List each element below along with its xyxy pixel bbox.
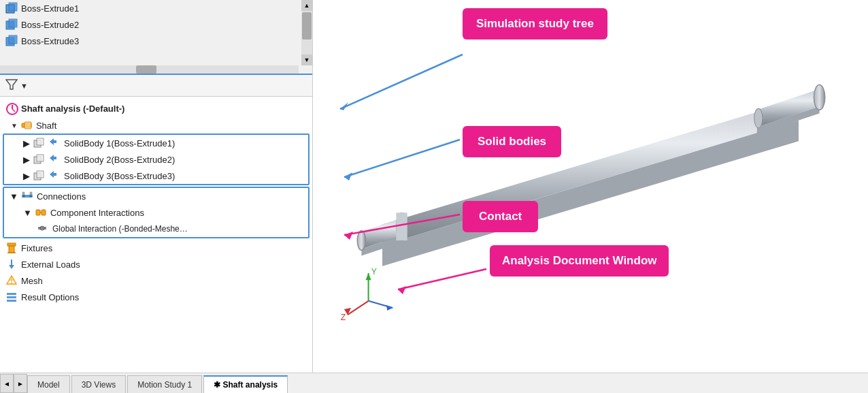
callout-contact: Contact bbox=[463, 201, 538, 232]
result-options-label: Result Options bbox=[21, 292, 79, 302]
right-panel: Z Y Simulation study tree Solid bodies bbox=[313, 0, 868, 373]
solid-body-1-label: SolidBody 1(Boss-Extrude1) bbox=[64, 138, 175, 148]
gi-label: Global Interaction (-Bonded-Meshed ir bbox=[52, 224, 188, 234]
contact-arrow bbox=[460, 215, 467, 221]
connections-item[interactable]: ▼ Connections bbox=[4, 188, 308, 204]
tab-model-label: Model bbox=[37, 380, 60, 390]
tree-item-boss3[interactable]: Boss-Extrude3 bbox=[0, 33, 312, 49]
svg-marker-59 bbox=[366, 273, 371, 280]
callout-adw-text: Analysis Document Window bbox=[502, 254, 656, 267]
sim-tree-root-label: Shaft analysis (-Default-) bbox=[21, 104, 124, 114]
scroll-down-arrow[interactable]: ▼ bbox=[301, 54, 312, 65]
left-panel: Boss-Extrude1 Boss-Extrude2 bbox=[0, 0, 313, 373]
arrow-icon-1 bbox=[48, 137, 61, 149]
tab-model[interactable]: Model bbox=[27, 375, 70, 393]
svg-rect-33 bbox=[9, 246, 14, 253]
global-interaction-item[interactable]: Global Interaction (-Bonded-Meshed ir bbox=[4, 221, 308, 237]
shaft-toggle[interactable]: ▼ bbox=[11, 122, 18, 129]
sim-tree-root[interactable]: Shaft analysis (-Default-) bbox=[0, 99, 312, 117]
tree-item-boss2[interactable]: Boss-Extrude2 bbox=[0, 16, 312, 33]
connections-group: ▼ Connections ▼ bbox=[3, 187, 310, 238]
svg-rect-20 bbox=[37, 171, 44, 178]
fixtures-icon bbox=[5, 242, 18, 254]
svg-rect-17 bbox=[37, 155, 44, 161]
bottom-tabs: ◄ ► Model 3D Views Motion Study 1 ✱ Shaf… bbox=[0, 373, 868, 393]
ext-loads-icon bbox=[5, 258, 18, 270]
tree-item-boss2-label: Boss-Extrude2 bbox=[21, 20, 79, 30]
solid-body-2[interactable]: ▶ SolidBody 2(Boss-Extrude2) bbox=[4, 151, 308, 168]
solid-body-icon-2 bbox=[33, 153, 45, 166]
mesh-item[interactable]: Mesh bbox=[0, 272, 312, 289]
svg-rect-1 bbox=[9, 3, 17, 11]
solid-body-1[interactable]: ▶ SolidBody 1(Boss-Extrude1) bbox=[4, 135, 308, 151]
svg-marker-21 bbox=[50, 171, 56, 178]
sim-tree-arrow bbox=[449, 48, 599, 129]
svg-point-54 bbox=[357, 231, 365, 251]
component-interactions-item[interactable]: ▼ Component Interactions bbox=[4, 204, 308, 221]
svg-marker-7 bbox=[6, 80, 17, 89]
svg-text:Y: Y bbox=[371, 267, 377, 277]
ci-label: Component Interactions bbox=[50, 208, 144, 218]
tab-shaft-analysis[interactable]: ✱ Shaft analysis bbox=[203, 375, 288, 393]
callout-solid-bodies-text: Solid bodies bbox=[478, 135, 546, 148]
solid-bodies-group: ▶ SolidBody 1(Boss-Extrude1) bbox=[3, 133, 310, 185]
svg-rect-12 bbox=[24, 122, 31, 129]
analysis-icon bbox=[5, 102, 18, 114]
ci-toggle[interactable]: ▼ bbox=[23, 208, 32, 218]
svg-point-53 bbox=[814, 85, 824, 110]
filter-icon bbox=[5, 79, 18, 93]
scroll-up-arrow[interactable]: ▲ bbox=[301, 0, 312, 11]
svg-marker-62 bbox=[386, 305, 393, 311]
external-loads-item[interactable]: External Loads bbox=[0, 256, 312, 272]
svg-line-10 bbox=[12, 109, 15, 112]
shaft-icon bbox=[20, 119, 33, 131]
svg-marker-51 bbox=[396, 213, 407, 240]
svg-rect-28 bbox=[41, 210, 46, 215]
scrollbar-h-thumb[interactable] bbox=[136, 65, 156, 74]
mesh-label: Mesh bbox=[21, 276, 43, 286]
shaft-group[interactable]: ▼ Shaft bbox=[0, 117, 312, 133]
svg-rect-32 bbox=[7, 243, 16, 246]
svg-rect-27 bbox=[36, 210, 40, 215]
svg-rect-41 bbox=[7, 293, 16, 295]
tab-motion-study-label: Motion Study 1 bbox=[137, 380, 192, 390]
tab-nav-prev[interactable]: ◄ bbox=[0, 374, 14, 393]
svg-rect-25 bbox=[22, 192, 24, 195]
model-tree: Boss-Extrude1 Boss-Extrude2 bbox=[0, 0, 312, 75]
adw-arrow bbox=[486, 269, 493, 276]
horizontal-scrollbar[interactable] bbox=[0, 65, 299, 74]
solid-body-3-label: SolidBody 3(Boss-Extrude3) bbox=[64, 171, 175, 181]
filter-bar: ▼ bbox=[0, 75, 312, 97]
connections-icon bbox=[21, 190, 33, 202]
svg-marker-36 bbox=[9, 265, 14, 269]
svg-text:Z: Z bbox=[341, 313, 346, 322]
tab-shaft-analysis-label: ✱ Shaft analysis bbox=[214, 380, 278, 390]
svg-point-23 bbox=[22, 195, 25, 198]
result-options-icon bbox=[5, 291, 18, 303]
sb1-toggle[interactable]: ▶ bbox=[23, 138, 30, 148]
solid-body-3[interactable]: ▶ SolidBody 3(Boss-Extrude3) bbox=[4, 168, 308, 184]
tab-motion-study[interactable]: Motion Study 1 bbox=[127, 375, 202, 393]
filter-dropdown[interactable]: ▼ bbox=[20, 82, 28, 90]
tree-item-boss1[interactable]: Boss-Extrude1 bbox=[0, 0, 312, 16]
arrow-icon-3 bbox=[48, 170, 61, 182]
sb2-toggle[interactable]: ▶ bbox=[23, 155, 30, 165]
callout-solid-bodies: Solid bodies bbox=[463, 126, 561, 157]
tab-nav-next[interactable]: ► bbox=[14, 374, 27, 393]
fixtures-item[interactable]: Fixtures bbox=[0, 240, 312, 256]
callout-sim-tree-text: Simulation study tree bbox=[476, 17, 594, 30]
svg-marker-18 bbox=[50, 155, 56, 161]
scroll-thumb[interactable] bbox=[302, 12, 312, 40]
tab-3d-views[interactable]: 3D Views bbox=[71, 375, 126, 393]
svg-rect-42 bbox=[7, 296, 16, 298]
ext-loads-label: External Loads bbox=[21, 260, 80, 270]
bottom-items: Fixtures External Loads bbox=[0, 240, 312, 305]
sb3-toggle[interactable]: ▶ bbox=[23, 171, 30, 181]
result-options-item[interactable]: Result Options bbox=[0, 289, 312, 305]
conn-toggle[interactable]: ▼ bbox=[10, 191, 18, 202]
solid-body-icon-3 bbox=[33, 170, 45, 182]
vertical-scrollbar[interactable]: ▲ ▼ bbox=[301, 0, 312, 65]
svg-rect-6 bbox=[9, 35, 17, 44]
svg-rect-26 bbox=[30, 192, 32, 195]
svg-point-24 bbox=[29, 195, 32, 198]
